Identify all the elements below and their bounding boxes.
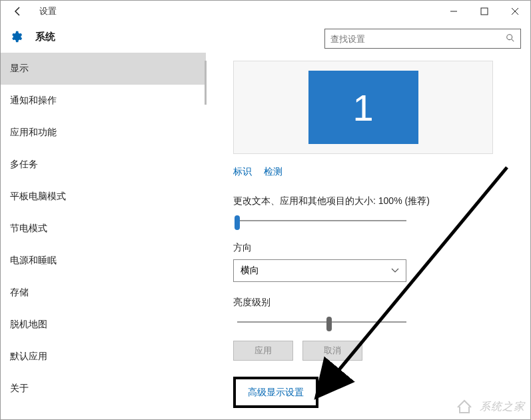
main-panel: 1 标识 检测 更改文本、应用和其他项目的大小: 100% (推荐) 方向 横向… bbox=[208, 53, 530, 419]
sidebar-item-label: 多任务 bbox=[10, 159, 38, 171]
close-button[interactable] bbox=[500, 1, 530, 22]
sidebar-item-multitask[interactable]: 多任务 bbox=[1, 149, 206, 181]
sidebar-item-maps[interactable]: 脱机地图 bbox=[1, 309, 206, 341]
maximize-button[interactable] bbox=[469, 1, 500, 22]
titlebar: 设置 bbox=[1, 1, 530, 22]
detect-link[interactable]: 检测 bbox=[264, 166, 282, 178]
gear-icon bbox=[9, 29, 23, 44]
watermark-text: 系统之家 bbox=[480, 401, 525, 412]
sidebar-item-default-apps[interactable]: 默认应用 bbox=[1, 341, 206, 373]
sidebar-item-battery[interactable]: 节电模式 bbox=[1, 213, 206, 245]
apply-button[interactable]: 应用 bbox=[233, 341, 293, 361]
sidebar-item-label: 平板电脑模式 bbox=[10, 191, 66, 203]
orientation-dropdown[interactable]: 横向 bbox=[233, 259, 406, 282]
window-controls bbox=[438, 1, 530, 22]
content-area: 显示 通知和操作 应用和功能 多任务 平板电脑模式 节电模式 电源和睡眠 存储 … bbox=[1, 53, 530, 419]
display-preview[interactable]: 1 bbox=[233, 61, 493, 154]
sidebar-item-label: 通知和操作 bbox=[10, 95, 57, 107]
monitor-number: 1 bbox=[352, 86, 373, 129]
watermark: 系统之家 bbox=[455, 398, 525, 417]
sidebar-item-label: 节电模式 bbox=[10, 223, 47, 235]
window-title: 设置 bbox=[39, 5, 57, 17]
advanced-link-highlight: 高级显示设置 bbox=[233, 377, 318, 408]
sidebar-item-label: 电源和睡眠 bbox=[10, 255, 57, 267]
slider-track bbox=[237, 321, 406, 323]
search-box[interactable] bbox=[324, 29, 521, 49]
svg-line-3 bbox=[512, 39, 514, 41]
sidebar-item-about[interactable]: 关于 bbox=[1, 373, 206, 405]
sidebar-item-display[interactable]: 显示 bbox=[1, 53, 206, 85]
sidebar-item-label: 存储 bbox=[10, 287, 29, 299]
search-icon bbox=[506, 33, 515, 45]
minimize-button[interactable] bbox=[438, 1, 469, 22]
back-button[interactable] bbox=[9, 2, 27, 21]
display-links: 标识 检测 bbox=[233, 166, 514, 178]
house-icon bbox=[455, 398, 474, 417]
brightness-slider[interactable] bbox=[233, 315, 406, 329]
sidebar-item-storage[interactable]: 存储 bbox=[1, 277, 206, 309]
sidebar-item-power[interactable]: 电源和睡眠 bbox=[1, 245, 206, 277]
button-row: 应用 取消 bbox=[233, 341, 514, 361]
sidebar: 显示 通知和操作 应用和功能 多任务 平板电脑模式 节电模式 电源和睡眠 存储 … bbox=[1, 53, 208, 419]
sidebar-item-notifications[interactable]: 通知和操作 bbox=[1, 85, 206, 117]
scale-slider[interactable] bbox=[233, 214, 406, 227]
slider-thumb[interactable] bbox=[235, 215, 240, 230]
page-title: 系统 bbox=[35, 31, 55, 43]
sidebar-item-label: 脱机地图 bbox=[10, 319, 47, 331]
chevron-down-icon bbox=[391, 266, 399, 275]
scale-label: 更改文本、应用和其他项目的大小: 100% (推荐) bbox=[233, 195, 514, 207]
advanced-display-link[interactable]: 高级显示设置 bbox=[248, 387, 304, 397]
slider-track bbox=[237, 220, 406, 221]
brightness-label: 亮度级别 bbox=[233, 297, 514, 309]
cancel-button[interactable]: 取消 bbox=[302, 341, 362, 361]
sidebar-item-label: 显示 bbox=[10, 63, 29, 75]
sidebar-item-tablet[interactable]: 平板电脑模式 bbox=[1, 181, 206, 213]
orientation-label: 方向 bbox=[233, 242, 514, 254]
sidebar-item-label: 应用和功能 bbox=[10, 127, 57, 139]
sidebar-item-label: 关于 bbox=[10, 383, 29, 395]
orientation-value: 横向 bbox=[241, 265, 259, 277]
svg-point-2 bbox=[507, 34, 512, 39]
identify-link[interactable]: 标识 bbox=[233, 166, 252, 178]
slider-thumb[interactable] bbox=[326, 317, 332, 331]
search-input[interactable] bbox=[330, 34, 506, 44]
svg-rect-1 bbox=[481, 8, 488, 15]
sidebar-item-label: 默认应用 bbox=[10, 351, 47, 363]
monitor-tile[interactable]: 1 bbox=[308, 71, 418, 144]
sidebar-item-apps[interactable]: 应用和功能 bbox=[1, 117, 206, 149]
